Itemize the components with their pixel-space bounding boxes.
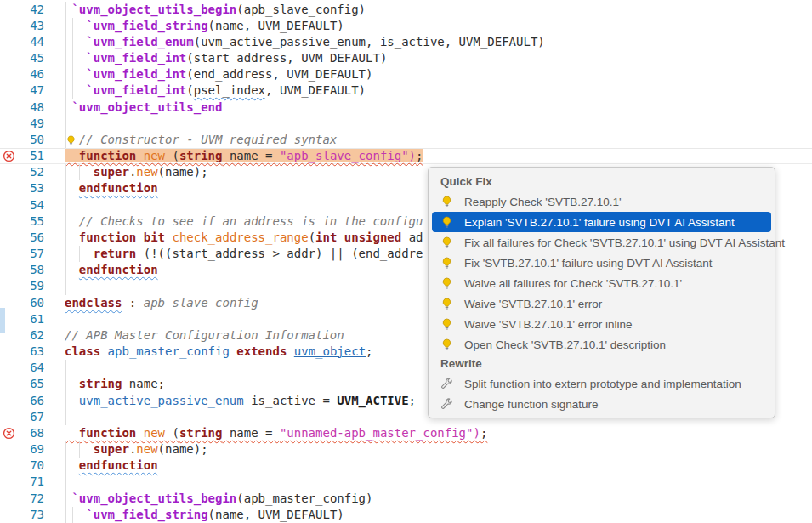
code-line-68[interactable]: 68 function new (string name = "unnamed-… [0,425,812,441]
menu-item[interactable]: Waive 'SVTB.27.10.1' error inline [432,314,771,334]
token: ; [366,344,372,358]
token: new [136,149,172,162]
token: // Constructor - UVM required syntax [79,133,337,146]
menu-item-label: Waive 'SVTB.27.10.1' error inline [464,318,633,331]
code-content[interactable]: endclass : apb_slave_config [65,295,258,311]
code-content[interactable]: `uvm_object_utils_begin(apb_master_confi… [65,491,372,507]
code-line-72[interactable]: 72 `uvm_object_utils_begin(apb_master_co… [0,491,812,507]
code-content[interactable]: class apb_master_config extends uvm_obje… [65,344,373,360]
code-line-73[interactable]: 73 `uvm_field_string(name, UVM_DEFAULT) [0,507,812,523]
token: `uvm_field_int [86,51,186,65]
menu-item[interactable]: Fix all failures for Check 'SVTB.27.10.1… [432,232,771,253]
menu-item[interactable]: Reapply Check 'SVTB.27.10.1' [432,191,771,212]
code-line-71[interactable]: 71 [0,474,812,490]
code-line-42[interactable]: 42 `uvm_object_utils_begin(apb_slave_con… [0,2,812,18]
token: // APB Master Configuration Information [65,328,344,342]
code-content[interactable]: return (!((start_address > addr) || (end… [65,246,423,262]
code-line-51[interactable]: 51 function new (string name = "apb_slav… [0,148,812,164]
token: check_address_range [172,230,308,244]
code-text: function bit check_address_range(int uns… [65,230,423,244]
code-line-44[interactable]: 44 `uvm_field_enum(uvm_active_passive_en… [0,34,812,50]
lightbulb-icon [440,216,453,229]
token: function [79,149,136,162]
code-content[interactable]: function new (string name = "unnamed-apb… [65,425,487,441]
code-content[interactable]: `uvm_field_enum(uvm_active_passive_enum,… [65,34,545,50]
menu-item[interactable]: Waive all failures for Check 'SVTB.27.10… [432,273,771,293]
code-line-45[interactable]: 45 `uvm_field_int(start_address, UVM_DEF… [0,50,812,66]
code-line-50[interactable]: 50 // Constructor - UVM required syntax [0,132,812,148]
lightbulb-icon [440,318,453,331]
code-line-46[interactable]: 46 `uvm_field_int(end_address, UVM_DEFAU… [0,66,812,82]
code-line-47[interactable]: 47 `uvm_field_int(psel_index, UVM_DEFAUL… [0,82,812,99]
line-number: 66 [0,393,44,409]
code-content[interactable]: `uvm_field_string(name, UVM_DEFAULT) [65,507,344,523]
token: (name, UVM_DEFAULT) [208,508,344,521]
code-content[interactable]: uvm_active_passive_enum is_active = UVM_… [65,393,416,409]
menu-item[interactable]: Fix 'SVTB.27.10.1' failure using DVT AI … [432,253,771,273]
code-text: `uvm_field_int(end_address, UVM_DEFAULT) [65,67,372,81]
token: `uvm_object_utils_begin [71,3,236,16]
code-content[interactable]: function bit check_address_range(int uns… [65,230,423,246]
code-line-48[interactable]: 48 `uvm_object_utils_end [0,99,812,116]
lightbulb-icon [440,257,453,270]
token: (end_address, UVM_DEFAULT) [186,67,372,81]
token: (name); [158,442,208,456]
line-number: 71 [0,474,44,490]
line-number: 47 [0,82,44,99]
code-content[interactable]: `uvm_object_utils_end [65,99,222,116]
code-content[interactable]: string name; [65,376,165,392]
token: ; [480,426,487,440]
code-text: `uvm_field_int(psel_index, UVM_DEFAULT) [65,83,366,97]
code-content[interactable]: `uvm_field_string(name, UVM_DEFAULT) [65,18,344,34]
quick-fix-items: Reapply Check 'SVTB.27.10.1'Explain 'SVT… [429,191,775,355]
code-text: function new (string name = "unnamed-apb… [65,426,487,440]
line-number: 44 [0,34,44,50]
token [287,344,293,358]
token: `uvm_field_string [86,508,207,521]
menu-item[interactable]: Waive 'SVTB.27.10.1' error [432,293,771,314]
code-content[interactable]: // Constructor - UVM required syntax [65,132,337,148]
line-number: 49 [0,116,44,132]
code-content[interactable]: endfunction [65,262,158,278]
menu-item-label: Reapply Check 'SVTB.27.10.1' [464,196,622,208]
menu-item[interactable]: Explain 'SVTB.27.10.1' failure using DVT… [432,212,771,232]
line-number: 64 [0,360,44,376]
token: function [79,230,136,244]
menu-item[interactable]: Split function into extern prototype and… [432,373,771,394]
menu-item[interactable]: Open Check 'SVTB.27.10.1' description [432,334,771,355]
token: (start_address, UVM_DEFAULT) [186,51,387,65]
token: "unnamed-apb_master_config") [280,426,480,440]
menu-item[interactable]: Change function signature [432,394,771,414]
code-content[interactable]: super.new(name); [65,441,208,458]
menu-item-label: Change function signature [464,398,599,411]
line-number: 50 [0,132,44,148]
code-content[interactable]: endfunction [65,180,158,196]
line-number: 69 [0,441,44,458]
code-text: // Constructor - UVM required syntax [65,133,337,146]
menu-item-label: Split function into extern prototype and… [464,378,741,390]
code-line-70[interactable]: 70 endfunction [0,458,812,474]
code-content[interactable]: `uvm_field_int(end_address, UVM_DEFAULT) [65,66,372,82]
line-number: 52 [0,164,44,180]
token: `uvm_field_int [86,83,186,97]
code-line-69[interactable]: 69 super.new(name); [0,441,812,458]
code-content[interactable]: `uvm_field_int(psel_index, UVM_DEFAULT) [65,82,366,99]
indent-guide [65,360,66,376]
code-text: super.new(name); [65,165,208,179]
token: , UVM_DEFAULT) [265,83,366,97]
lightbulb-icon [440,196,453,208]
line-number: 60 [0,295,44,311]
token: name = [222,149,279,162]
code-line-43[interactable]: 43 `uvm_field_string(name, UVM_DEFAULT) [0,18,812,34]
code-content[interactable]: `uvm_field_int(start_address, UVM_DEFAUL… [65,50,387,66]
code-content[interactable]: super.new(name); [65,164,208,180]
code-line-49[interactable]: 49 [0,116,812,132]
code-content[interactable]: // APB Master Configuration Information [65,327,344,344]
code-content[interactable]: endfunction [65,458,158,474]
code-content[interactable]: `uvm_object_utils_begin(apb_slave_config… [65,2,366,18]
token [136,230,143,244]
token: ( [172,149,179,162]
code-content[interactable]: // Checks to see if an address is in the… [65,213,423,230]
code-content[interactable]: function new (string name = "apb_slave_c… [65,148,423,164]
lightbulb-icon [440,298,453,310]
